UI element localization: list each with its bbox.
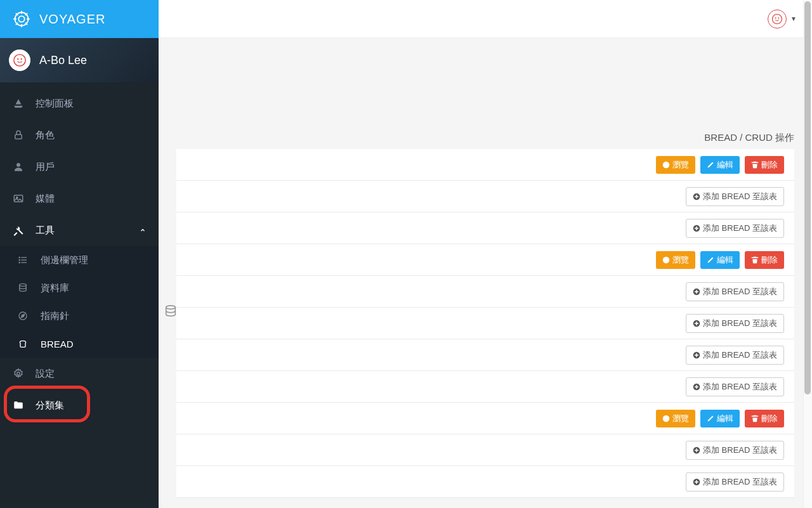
svg-point-20 [19, 257, 20, 257]
caret-down-icon[interactable]: ▼ [790, 15, 797, 22]
delete-button[interactable]: 刪除 [745, 251, 784, 269]
add-bread-button[interactable]: 添加 BREAD 至該表 [686, 219, 784, 238]
nav-label: BREAD [41, 339, 146, 349]
list-icon [18, 255, 28, 265]
sidebar-brand[interactable]: VOYAGER [0, 0, 159, 38]
nav-label: 指南針 [41, 310, 146, 322]
chevron-up-icon [140, 227, 146, 233]
compass-icon [18, 311, 28, 321]
svg-point-23 [20, 283, 27, 286]
table-row: 添加 BREAD 至該表 [176, 371, 794, 403]
add-bread-button[interactable]: 添加 BREAD 至該表 [686, 377, 784, 396]
edit-button[interactable]: 編輯 [700, 251, 740, 269]
nav-label: 控制面板 [36, 98, 146, 110]
svg-point-11 [17, 58, 18, 60]
helm-icon [13, 10, 30, 28]
nav-menubuilder[interactable]: 側邊欄管理 [0, 246, 159, 274]
nav-database[interactable]: 資料庫 [0, 274, 159, 302]
nav-tools[interactable]: 工具 [0, 214, 159, 246]
nav-label: 側邊欄管理 [41, 254, 146, 266]
nav-category[interactable]: 分類集 [0, 389, 159, 421]
user-avatar-small[interactable] [768, 10, 787, 29]
sidebar: VOYAGER A-Bo Lee 控制面板 角色 用戶 媒體 工具 [0, 0, 159, 508]
nav-roles[interactable]: 角色 [0, 119, 159, 151]
delete-button[interactable]: 刪除 [745, 410, 784, 427]
edit-button[interactable]: 編輯 [700, 410, 740, 427]
page-header [176, 51, 794, 127]
add-bread-button[interactable]: 添加 BREAD 至該表 [686, 441, 784, 460]
tools-icon [13, 225, 24, 236]
table-row: 添加 BREAD 至該表 [176, 339, 794, 371]
user-name: A-Bo Lee [39, 54, 87, 67]
add-bread-button[interactable]: 添加 BREAD 至該表 [686, 282, 784, 301]
sidebar-nav: 控制面板 角色 用戶 媒體 工具 側邊欄管理 資料庫 [0, 82, 159, 421]
svg-point-28 [775, 17, 776, 18]
tools-subnav: 側邊欄管理 資料庫 指南針 BREAD [0, 246, 159, 358]
browse-button[interactable]: 瀏覽 [656, 410, 695, 427]
avatar [9, 49, 30, 71]
svg-point-12 [21, 58, 22, 60]
main: ▼ BREAD / CRUD 操作 瀏覽 編輯 刪除 添加 BREAD 至該表 … [159, 0, 812, 508]
delete-button[interactable]: 刪除 [745, 156, 784, 174]
table-row: 瀏覽 編輯 刪除 [176, 149, 794, 181]
browse-button[interactable]: 瀏覽 [656, 156, 695, 174]
edit-button[interactable]: 編輯 [700, 156, 740, 174]
content: BREAD / CRUD 操作 瀏覽 編輯 刪除 添加 BREAD 至該表 添加… [159, 38, 812, 508]
gear-icon [13, 368, 24, 379]
browse-button[interactable]: 瀏覽 [656, 251, 695, 269]
table-row: 添加 BREAD 至該表 [176, 181, 794, 212]
nav-settings[interactable]: 設定 [0, 358, 159, 389]
nav-label: 資料庫 [41, 282, 146, 294]
nav-label: 媒體 [36, 193, 146, 205]
nav-label: 分類集 [36, 400, 146, 412]
svg-point-29 [778, 17, 779, 18]
nav-label: 設定 [36, 368, 146, 380]
sidebar-user[interactable]: A-Bo Lee [0, 38, 159, 82]
table-header-col-actions: BREAD / CRUD 操作 [176, 127, 794, 149]
boat-icon [13, 98, 24, 109]
add-bread-button[interactable]: 添加 BREAD 至該表 [686, 472, 784, 492]
add-bread-button[interactable]: 添加 BREAD 至該表 [686, 187, 784, 206]
nav-compass[interactable]: 指南針 [0, 302, 159, 330]
table-row: 瀏覽 編輯 刪除 [176, 244, 794, 276]
nav-users[interactable]: 用戶 [0, 151, 159, 183]
scrollbar[interactable] [803, 0, 812, 508]
brand-label: VOYAGER [39, 12, 105, 27]
table-row: 添加 BREAD 至該表 [176, 276, 794, 308]
table-row: 添加 BREAD 至該表 [176, 466, 794, 498]
nav-label: 用戶 [36, 161, 146, 173]
svg-point-22 [19, 262, 20, 263]
svg-point-0 [18, 16, 24, 22]
add-bread-button[interactable]: 添加 BREAD 至該表 [686, 314, 784, 333]
person-icon [13, 161, 24, 173]
nav-media[interactable]: 媒體 [0, 183, 159, 214]
table-row: 添加 BREAD 至該表 [176, 308, 794, 339]
svg-point-10 [14, 55, 25, 66]
database-icon [18, 283, 28, 293]
table-row: 瀏覽 編輯 刪除 [176, 403, 794, 434]
svg-rect-13 [15, 134, 22, 139]
bread-icon [18, 339, 28, 349]
nav-label: 工具 [36, 225, 140, 237]
bread-table: BREAD / CRUD 操作 瀏覽 編輯 刪除 添加 BREAD 至該表 添加… [176, 127, 794, 498]
nav-bread[interactable]: BREAD [0, 330, 159, 358]
svg-point-21 [19, 259, 20, 260]
database-hint-icon [164, 303, 178, 322]
nav-label: 角色 [36, 129, 146, 141]
nav-dashboard[interactable]: 控制面板 [0, 88, 159, 119]
scrollbar-thumb[interactable] [804, 1, 811, 394]
image-icon [13, 193, 24, 204]
add-bread-button[interactable]: 添加 BREAD 至該表 [686, 346, 784, 365]
lock-icon [13, 129, 24, 141]
svg-point-27 [773, 14, 782, 23]
topbar: ▼ [159, 0, 812, 38]
svg-point-41 [166, 306, 176, 309]
folder-icon [13, 400, 24, 411]
svg-marker-25 [21, 314, 24, 317]
svg-point-14 [16, 163, 20, 167]
table-row: 添加 BREAD 至該表 [176, 212, 794, 244]
svg-point-26 [17, 372, 20, 375]
table-row: 添加 BREAD 至該表 [176, 434, 794, 466]
